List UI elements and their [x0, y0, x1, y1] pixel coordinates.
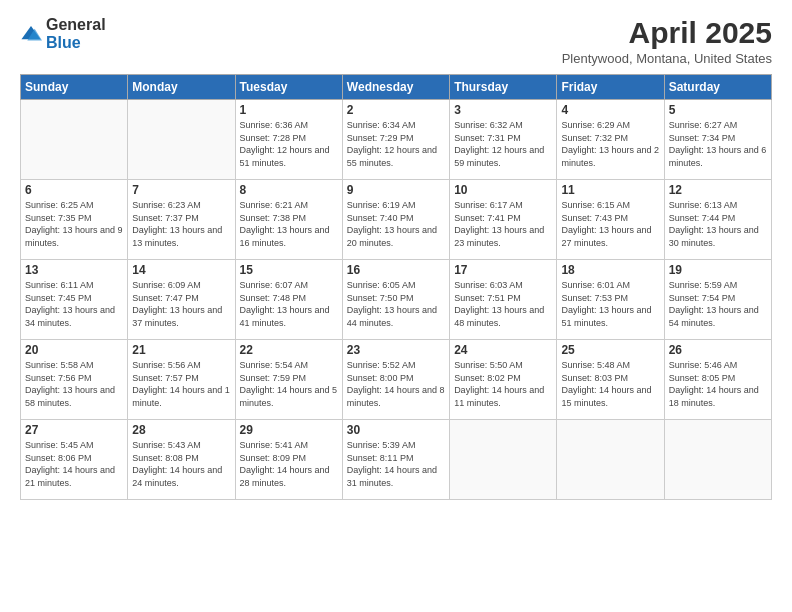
calendar-cell: 24Sunrise: 5:50 AMSunset: 8:02 PMDayligh… [450, 340, 557, 420]
day-info: Sunrise: 6:27 AMSunset: 7:34 PMDaylight:… [669, 119, 767, 169]
calendar-cell: 26Sunrise: 5:46 AMSunset: 8:05 PMDayligh… [664, 340, 771, 420]
calendar-cell: 6Sunrise: 6:25 AMSunset: 7:35 PMDaylight… [21, 180, 128, 260]
day-info: Sunrise: 6:25 AMSunset: 7:35 PMDaylight:… [25, 199, 123, 249]
day-number: 23 [347, 343, 445, 357]
logo-text: General Blue [46, 16, 106, 52]
day-info: Sunrise: 6:34 AMSunset: 7:29 PMDaylight:… [347, 119, 445, 169]
calendar-cell: 25Sunrise: 5:48 AMSunset: 8:03 PMDayligh… [557, 340, 664, 420]
day-info: Sunrise: 6:01 AMSunset: 7:53 PMDaylight:… [561, 279, 659, 329]
day-info: Sunrise: 6:15 AMSunset: 7:43 PMDaylight:… [561, 199, 659, 249]
day-number: 22 [240, 343, 338, 357]
header-tuesday: Tuesday [235, 75, 342, 100]
day-number: 30 [347, 423, 445, 437]
day-info: Sunrise: 5:58 AMSunset: 7:56 PMDaylight:… [25, 359, 123, 409]
calendar-week-2: 6Sunrise: 6:25 AMSunset: 7:35 PMDaylight… [21, 180, 772, 260]
day-info: Sunrise: 6:03 AMSunset: 7:51 PMDaylight:… [454, 279, 552, 329]
day-info: Sunrise: 5:48 AMSunset: 8:03 PMDaylight:… [561, 359, 659, 409]
day-number: 11 [561, 183, 659, 197]
calendar-cell [450, 420, 557, 500]
calendar-week-5: 27Sunrise: 5:45 AMSunset: 8:06 PMDayligh… [21, 420, 772, 500]
day-number: 1 [240, 103, 338, 117]
calendar-cell: 28Sunrise: 5:43 AMSunset: 8:08 PMDayligh… [128, 420, 235, 500]
calendar-cell: 21Sunrise: 5:56 AMSunset: 7:57 PMDayligh… [128, 340, 235, 420]
day-number: 28 [132, 423, 230, 437]
logo-icon [20, 23, 42, 45]
day-info: Sunrise: 6:17 AMSunset: 7:41 PMDaylight:… [454, 199, 552, 249]
day-number: 13 [25, 263, 123, 277]
calendar-cell: 20Sunrise: 5:58 AMSunset: 7:56 PMDayligh… [21, 340, 128, 420]
calendar-cell: 17Sunrise: 6:03 AMSunset: 7:51 PMDayligh… [450, 260, 557, 340]
day-number: 2 [347, 103, 445, 117]
day-info: Sunrise: 5:50 AMSunset: 8:02 PMDaylight:… [454, 359, 552, 409]
day-info: Sunrise: 5:39 AMSunset: 8:11 PMDaylight:… [347, 439, 445, 489]
calendar-cell: 29Sunrise: 5:41 AMSunset: 8:09 PMDayligh… [235, 420, 342, 500]
calendar-cell: 4Sunrise: 6:29 AMSunset: 7:32 PMDaylight… [557, 100, 664, 180]
day-number: 17 [454, 263, 552, 277]
day-info: Sunrise: 6:05 AMSunset: 7:50 PMDaylight:… [347, 279, 445, 329]
day-number: 16 [347, 263, 445, 277]
calendar-cell: 27Sunrise: 5:45 AMSunset: 8:06 PMDayligh… [21, 420, 128, 500]
day-number: 4 [561, 103, 659, 117]
calendar-cell: 7Sunrise: 6:23 AMSunset: 7:37 PMDaylight… [128, 180, 235, 260]
day-number: 14 [132, 263, 230, 277]
day-number: 24 [454, 343, 552, 357]
logo-general: General [46, 16, 106, 33]
calendar-cell: 14Sunrise: 6:09 AMSunset: 7:47 PMDayligh… [128, 260, 235, 340]
calendar-cell: 5Sunrise: 6:27 AMSunset: 7:34 PMDaylight… [664, 100, 771, 180]
day-info: Sunrise: 6:07 AMSunset: 7:48 PMDaylight:… [240, 279, 338, 329]
calendar-cell: 11Sunrise: 6:15 AMSunset: 7:43 PMDayligh… [557, 180, 664, 260]
calendar-cell: 22Sunrise: 5:54 AMSunset: 7:59 PMDayligh… [235, 340, 342, 420]
calendar-cell: 8Sunrise: 6:21 AMSunset: 7:38 PMDaylight… [235, 180, 342, 260]
day-number: 6 [25, 183, 123, 197]
calendar-cell: 10Sunrise: 6:17 AMSunset: 7:41 PMDayligh… [450, 180, 557, 260]
header-friday: Friday [557, 75, 664, 100]
day-info: Sunrise: 5:59 AMSunset: 7:54 PMDaylight:… [669, 279, 767, 329]
calendar-cell: 13Sunrise: 6:11 AMSunset: 7:45 PMDayligh… [21, 260, 128, 340]
calendar-cell: 1Sunrise: 6:36 AMSunset: 7:28 PMDaylight… [235, 100, 342, 180]
calendar-cell [128, 100, 235, 180]
day-number: 29 [240, 423, 338, 437]
day-number: 8 [240, 183, 338, 197]
calendar-cell [557, 420, 664, 500]
day-number: 18 [561, 263, 659, 277]
day-number: 20 [25, 343, 123, 357]
header-monday: Monday [128, 75, 235, 100]
calendar-table: Sunday Monday Tuesday Wednesday Thursday… [20, 74, 772, 500]
header-sunday: Sunday [21, 75, 128, 100]
day-number: 10 [454, 183, 552, 197]
calendar-cell: 23Sunrise: 5:52 AMSunset: 8:00 PMDayligh… [342, 340, 449, 420]
day-number: 21 [132, 343, 230, 357]
logo-blue: Blue [46, 34, 81, 51]
day-info: Sunrise: 5:41 AMSunset: 8:09 PMDaylight:… [240, 439, 338, 489]
day-number: 26 [669, 343, 767, 357]
calendar-week-1: 1Sunrise: 6:36 AMSunset: 7:28 PMDaylight… [21, 100, 772, 180]
calendar-cell: 15Sunrise: 6:07 AMSunset: 7:48 PMDayligh… [235, 260, 342, 340]
day-info: Sunrise: 5:56 AMSunset: 7:57 PMDaylight:… [132, 359, 230, 409]
calendar-cell: 16Sunrise: 6:05 AMSunset: 7:50 PMDayligh… [342, 260, 449, 340]
header-wednesday: Wednesday [342, 75, 449, 100]
calendar-cell: 3Sunrise: 6:32 AMSunset: 7:31 PMDaylight… [450, 100, 557, 180]
day-info: Sunrise: 6:21 AMSunset: 7:38 PMDaylight:… [240, 199, 338, 249]
calendar-cell: 18Sunrise: 6:01 AMSunset: 7:53 PMDayligh… [557, 260, 664, 340]
header: General Blue April 2025 Plentywood, Mont… [20, 16, 772, 66]
day-info: Sunrise: 5:46 AMSunset: 8:05 PMDaylight:… [669, 359, 767, 409]
day-number: 27 [25, 423, 123, 437]
day-info: Sunrise: 6:19 AMSunset: 7:40 PMDaylight:… [347, 199, 445, 249]
calendar-header-row: Sunday Monday Tuesday Wednesday Thursday… [21, 75, 772, 100]
calendar-cell: 9Sunrise: 6:19 AMSunset: 7:40 PMDaylight… [342, 180, 449, 260]
day-info: Sunrise: 6:13 AMSunset: 7:44 PMDaylight:… [669, 199, 767, 249]
calendar-cell: 12Sunrise: 6:13 AMSunset: 7:44 PMDayligh… [664, 180, 771, 260]
day-info: Sunrise: 6:36 AMSunset: 7:28 PMDaylight:… [240, 119, 338, 169]
day-info: Sunrise: 6:23 AMSunset: 7:37 PMDaylight:… [132, 199, 230, 249]
day-number: 12 [669, 183, 767, 197]
day-number: 15 [240, 263, 338, 277]
day-number: 25 [561, 343, 659, 357]
day-number: 3 [454, 103, 552, 117]
day-number: 7 [132, 183, 230, 197]
day-info: Sunrise: 6:32 AMSunset: 7:31 PMDaylight:… [454, 119, 552, 169]
day-number: 9 [347, 183, 445, 197]
header-saturday: Saturday [664, 75, 771, 100]
calendar-cell: 19Sunrise: 5:59 AMSunset: 7:54 PMDayligh… [664, 260, 771, 340]
logo: General Blue [20, 16, 106, 52]
calendar-title: April 2025 [562, 16, 772, 49]
